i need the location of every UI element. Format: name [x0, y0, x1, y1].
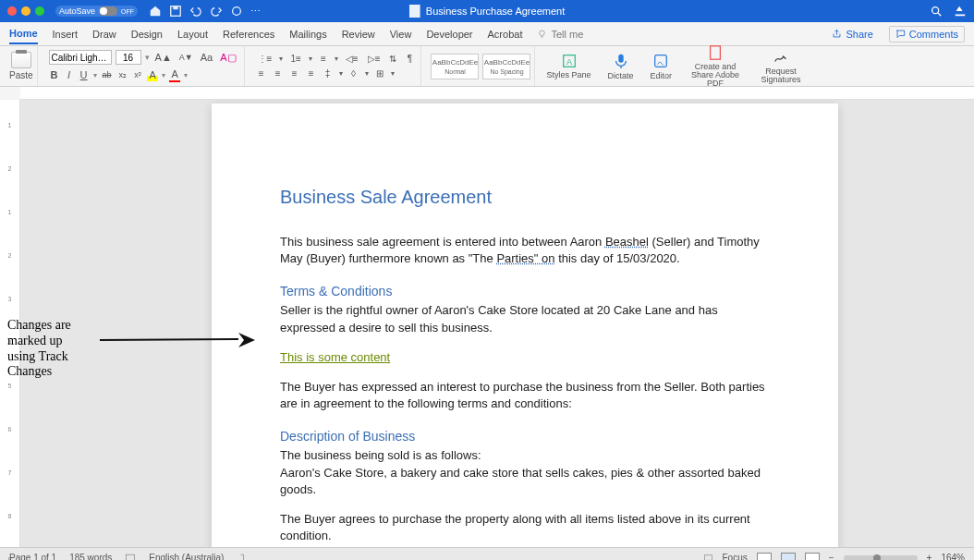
- subscript-button[interactable]: x₂: [117, 69, 129, 80]
- word-count[interactable]: 185 words: [69, 553, 112, 560]
- spellcheck-status-icon[interactable]: [125, 553, 136, 561]
- tab-design[interactable]: Design: [131, 25, 163, 43]
- comments-button[interactable]: Comments: [889, 26, 965, 43]
- grow-font-button[interactable]: A▲: [153, 51, 174, 64]
- bold-button[interactable]: B: [49, 68, 60, 81]
- word-doc-icon: [409, 5, 420, 18]
- maximize-window-icon[interactable]: [35, 6, 44, 16]
- font-size-select[interactable]: [116, 50, 141, 65]
- clipboard-group: Paste: [6, 46, 38, 86]
- search-icon[interactable]: [930, 5, 943, 18]
- underline-button[interactable]: U: [79, 68, 90, 81]
- zoom-slider[interactable]: [844, 555, 918, 561]
- shrink-font-button[interactable]: A▼: [177, 52, 195, 63]
- zoom-in-button[interactable]: +: [927, 553, 932, 560]
- home-icon[interactable]: [149, 5, 162, 18]
- sync-icon[interactable]: [230, 5, 243, 18]
- tab-acrobat[interactable]: Acrobat: [488, 25, 523, 43]
- document-heading: Business Sale Agreement: [280, 187, 770, 208]
- superscript-button[interactable]: x²: [132, 69, 143, 80]
- numbering-button[interactable]: 1≡: [288, 53, 302, 65]
- align-right-button[interactable]: ≡: [289, 67, 300, 79]
- change-case-button[interactable]: Aa: [199, 51, 214, 64]
- dec-indent-button[interactable]: ◁≡: [344, 53, 360, 65]
- tab-draw[interactable]: Draw: [92, 25, 116, 43]
- web-layout-button[interactable]: [805, 553, 820, 561]
- shading-button[interactable]: ◊: [348, 67, 359, 79]
- request-sig-label: Request Signatures: [759, 67, 803, 84]
- document-subheading: Terms & Conditions: [280, 284, 770, 298]
- style-name: Normal: [444, 68, 466, 75]
- inc-indent-button[interactable]: ▷≡: [366, 53, 383, 65]
- tab-review[interactable]: Review: [342, 25, 375, 43]
- save-icon[interactable]: [169, 5, 182, 18]
- paste-icon[interactable]: [11, 52, 31, 68]
- line-spacing-button[interactable]: ‡: [323, 67, 334, 79]
- clear-format-button[interactable]: A▢: [218, 51, 237, 65]
- svg-line-5: [938, 13, 942, 17]
- document-page[interactable]: Business Sale Agreement This business sa…: [212, 103, 838, 547]
- svg-rect-11: [655, 55, 667, 67]
- strikethrough-button[interactable]: ab: [101, 69, 114, 80]
- share-icon: [832, 29, 842, 39]
- font-name-select[interactable]: [49, 50, 112, 65]
- svg-text:A: A: [566, 57, 571, 67]
- document-paragraph: The Buyer has expressed an interest to p…: [280, 379, 770, 412]
- focus-mode-icon: [703, 553, 713, 560]
- editor-button[interactable]: Editor: [645, 53, 678, 80]
- justify-button[interactable]: ≡: [306, 67, 317, 79]
- horizontal-ruler[interactable]: [20, 87, 974, 100]
- redo-icon[interactable]: [210, 5, 223, 18]
- font-group: ▾ A▲ A▼ Aa A▢ B I U ▾ ab x₂ x² A ▾ A ▾: [43, 46, 245, 86]
- language-indicator[interactable]: English (Australia): [149, 553, 224, 560]
- zoom-out-button[interactable]: −: [829, 553, 834, 560]
- toggle-icon: [99, 6, 117, 16]
- align-center-button[interactable]: ≡: [273, 67, 284, 79]
- zoom-level[interactable]: 164%: [941, 553, 965, 560]
- document-canvas[interactable]: Business Sale Agreement This business sa…: [20, 100, 974, 547]
- show-marks-button[interactable]: ¶: [404, 53, 415, 65]
- font-color-button[interactable]: A: [169, 67, 180, 82]
- align-left-button[interactable]: ≡: [256, 67, 267, 79]
- autosave-toggle[interactable]: AutoSave OFF: [55, 6, 138, 17]
- borders-button[interactable]: ⊞: [374, 67, 385, 79]
- style-normal[interactable]: AaBbCcDdEe Normal: [431, 54, 479, 79]
- tell-me-search[interactable]: Tell me: [537, 29, 583, 40]
- svg-rect-3: [409, 5, 420, 18]
- accessibility-icon[interactable]: [237, 553, 248, 561]
- bullets-button[interactable]: ⋮≡: [256, 53, 274, 65]
- dictate-label: Dictate: [608, 71, 634, 80]
- highlight-button[interactable]: A: [147, 68, 158, 81]
- tab-layout[interactable]: Layout: [177, 25, 208, 43]
- italic-button[interactable]: I: [64, 68, 75, 81]
- sort-button[interactable]: ⇅: [387, 53, 398, 65]
- close-window-icon[interactable]: [7, 6, 17, 16]
- editor-label: Editor: [651, 71, 673, 80]
- print-layout-button[interactable]: [781, 553, 796, 561]
- undo-icon[interactable]: [189, 5, 202, 18]
- read-mode-button[interactable]: [757, 553, 772, 561]
- tab-mailings[interactable]: Mailings: [289, 25, 326, 43]
- ribbon-options-icon[interactable]: [954, 5, 967, 18]
- multilevel-button[interactable]: ≡: [318, 53, 329, 65]
- page-indicator[interactable]: Page 1 of 1: [9, 553, 56, 560]
- share-button[interactable]: Share: [825, 26, 879, 43]
- style-preview-text: AaBbCcDdEe: [432, 58, 478, 67]
- minimize-window-icon[interactable]: [21, 6, 30, 16]
- focus-label[interactable]: Focus: [723, 553, 748, 560]
- styles-pane-button[interactable]: A Styles Pane: [541, 53, 596, 79]
- request-signatures-button[interactable]: Request Signatures: [753, 49, 809, 84]
- svg-point-4: [932, 7, 939, 14]
- dictate-button[interactable]: Dictate: [603, 53, 639, 80]
- tab-home[interactable]: Home: [9, 24, 38, 44]
- tab-insert[interactable]: Insert: [53, 25, 79, 43]
- document-paragraph: The business being sold is as follows:: [280, 447, 770, 464]
- create-share-pdf-button[interactable]: Create and Share Adobe PDF: [683, 44, 748, 88]
- tab-references[interactable]: References: [223, 25, 274, 43]
- tab-view[interactable]: View: [390, 25, 412, 43]
- more-icon[interactable]: ⋯: [250, 6, 261, 18]
- svg-line-13: [100, 339, 238, 340]
- share-label: Share: [846, 29, 872, 40]
- tab-developer[interactable]: Developer: [426, 25, 472, 43]
- style-nospacing[interactable]: AaBbCcDdEe No Spacing: [482, 54, 530, 79]
